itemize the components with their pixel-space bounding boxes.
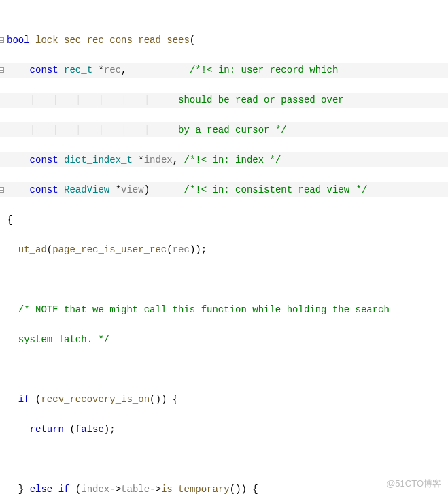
code-line: /* NOTE that we might call this function… bbox=[0, 302, 448, 317]
watermark: @51CTO博客 bbox=[386, 476, 441, 491]
function-call: recv_recovery_is_on bbox=[41, 394, 150, 405]
code-line: │ │ │ │ │ │ should be read or passed ove… bbox=[0, 93, 448, 108]
operator: -> bbox=[109, 484, 121, 494]
operator: * bbox=[116, 184, 121, 195]
identifier: view bbox=[121, 184, 144, 195]
function-call: is_temporary bbox=[161, 484, 230, 494]
brace: { bbox=[7, 214, 12, 225]
operator: * bbox=[138, 154, 143, 165]
identifier: index bbox=[81, 484, 109, 494]
identifier: table bbox=[121, 484, 150, 494]
code-line: const ReadView *view) /*!< in: consisten… bbox=[0, 182, 448, 197]
code-line: ut_ad(page_rec_is_user_rec(rec)); bbox=[0, 242, 448, 257]
identifier: rec bbox=[104, 65, 121, 76]
keyword: if bbox=[18, 394, 30, 405]
keyword: const bbox=[30, 184, 58, 195]
type: ReadView bbox=[64, 184, 109, 195]
comment: */ bbox=[356, 184, 368, 195]
comment: /* NOTE that we might call this function… bbox=[18, 304, 390, 315]
keyword: return bbox=[30, 424, 64, 435]
keyword: const bbox=[30, 154, 58, 165]
punct: , bbox=[173, 154, 178, 165]
brace: } bbox=[18, 484, 24, 494]
paren: ( bbox=[75, 484, 81, 494]
code-line: const dict_index_t *index, /*!< in: inde… bbox=[0, 152, 448, 167]
type: dict_index_t bbox=[64, 154, 133, 165]
comment: by a read cursor */ bbox=[178, 125, 287, 135]
keyword: const bbox=[30, 65, 58, 76]
comment: /*!< in: consistent read view bbox=[184, 184, 356, 195]
comment: system latch. */ bbox=[18, 334, 109, 345]
code-line: system latch. */ bbox=[0, 332, 448, 347]
code-line: return (false); bbox=[0, 422, 448, 437]
code-line: const rec_t *rec, /*!< in: user record w… bbox=[0, 63, 448, 78]
paren: ( bbox=[190, 35, 195, 46]
operator: -> bbox=[150, 484, 161, 494]
keyword: else if bbox=[30, 484, 70, 494]
operator: * bbox=[98, 65, 103, 76]
keyword: bool bbox=[7, 35, 30, 46]
code-line-blank bbox=[0, 362, 448, 377]
paren: ()) { bbox=[230, 484, 258, 494]
identifier: index bbox=[144, 154, 173, 165]
code-line-blank bbox=[0, 452, 448, 467]
code-line: bool lock_sec_rec_cons_read_sees( bbox=[0, 33, 448, 48]
identifier: rec bbox=[173, 244, 190, 255]
code-editor[interactable]: bool lock_sec_rec_cons_read_sees( const … bbox=[0, 0, 448, 494]
code-line-blank bbox=[0, 272, 448, 287]
comment: /*!< in: index */ bbox=[184, 154, 281, 165]
function-call: page_rec_is_user_rec bbox=[52, 244, 167, 255]
paren: ( bbox=[47, 244, 52, 255]
paren: ); bbox=[104, 424, 116, 435]
function-name: lock_sec_rec_cons_read_sees bbox=[35, 35, 190, 46]
code-line: } else if (index->table->is_temporary())… bbox=[0, 482, 448, 494]
code-line: │ │ │ │ │ │ by a read cursor */ bbox=[0, 122, 448, 137]
paren: ) bbox=[144, 184, 150, 195]
paren: ()) { bbox=[150, 394, 178, 405]
comment: should be read or passed over bbox=[178, 95, 344, 105]
type: rec_t bbox=[64, 65, 92, 76]
paren: )); bbox=[190, 244, 207, 255]
paren: ( bbox=[167, 244, 172, 255]
code-line: if (recv_recovery_is_on()) { bbox=[0, 392, 448, 407]
comment: /*!< in: user record which bbox=[190, 65, 338, 76]
code-line: { bbox=[0, 212, 448, 227]
keyword: false bbox=[75, 424, 104, 435]
function-call: ut_ad bbox=[18, 244, 47, 255]
punct: , bbox=[121, 65, 126, 76]
paren: ( bbox=[69, 424, 75, 435]
